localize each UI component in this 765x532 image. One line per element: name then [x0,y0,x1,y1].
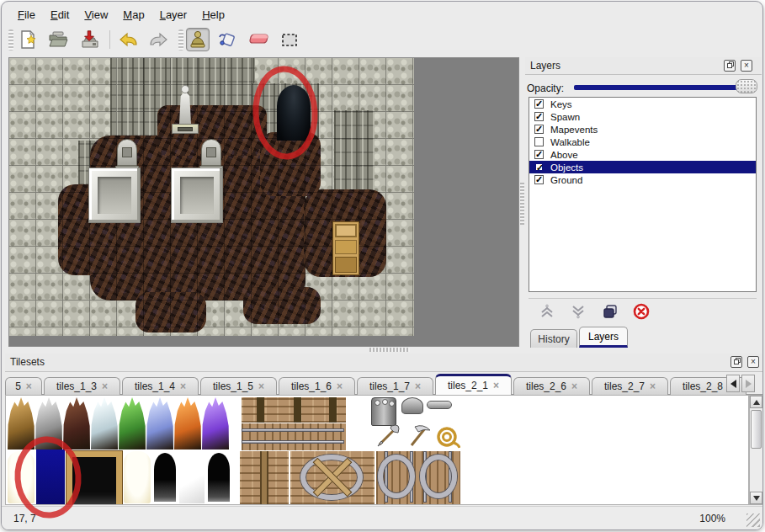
tab-close-icon[interactable]: × [258,380,264,392]
status-bar: 17, 7 100% [2,506,762,529]
tile-dark-red-crystal[interactable] [63,397,90,450]
close-panel-icon[interactable]: × [741,60,752,72]
layer-row-keys[interactable]: ✓Keys [529,98,756,110]
scrollbar-thumb[interactable] [751,410,762,449]
tile-blue-crystal[interactable] [146,397,173,450]
tile-white-arch-2[interactable] [124,451,151,503]
opacity-slider-handle[interactable] [736,79,757,93]
move-layer-up-button[interactable] [536,301,558,322]
skull [375,400,380,406]
tile-purple-crystal[interactable] [202,397,229,450]
tile-silver-crystal[interactable] [35,397,62,450]
layer-row-objects[interactable]: ✓Objects [529,161,756,173]
menu-map[interactable]: Map [115,5,151,24]
layer-row-spawn[interactable]: ✓Spawn [529,110,756,123]
tile-cave-mouth[interactable] [152,451,178,503]
move-layer-down-button[interactable] [567,301,589,322]
layer-row-walkable[interactable]: Walkable [529,136,756,148]
open-file-button[interactable] [46,28,70,51]
menu-view[interactable]: View [77,5,115,24]
tileset-tab-tiles_1_7[interactable]: tiles_1_7× [357,377,433,395]
eraser-tool-button[interactable] [247,28,270,51]
opacity-slider-track[interactable] [574,85,756,90]
tileset-tab-tiles_2_6[interactable]: tiles_2_6× [513,377,590,395]
menu-help[interactable]: Help [194,5,232,24]
tab-close-icon[interactable]: × [337,380,343,392]
tile-door-frame[interactable] [66,451,122,504]
layer-visibility-checkbox[interactable]: ✓ [534,162,544,172]
tab-close-icon[interactable]: × [493,380,499,391]
tile-metal-bowl[interactable] [401,397,423,414]
float-panel-icon[interactable] [724,60,736,72]
layer-visibility-checkbox[interactable]: ✓ [534,112,544,121]
tile-cave-dark-selected[interactable] [36,450,65,504]
menu-file[interactable]: File [10,5,43,24]
layer-visibility-checkbox[interactable]: ✓ [534,150,544,159]
window-resize-grip[interactable] [746,513,760,527]
tile-cave-mouth-2[interactable] [206,451,231,503]
tileset-tab-tiles_1_6[interactable]: tiles_1_6× [279,377,355,395]
tile-white[interactable] [179,451,205,503]
select-tool-button[interactable] [278,28,301,51]
tile-shovel[interactable] [375,423,401,450]
scroll-down-button[interactable] [750,492,762,504]
toolbar-drag-grip[interactable] [8,29,13,51]
tab-close-icon[interactable]: × [102,380,108,392]
menu-edit[interactable]: Edit [43,5,77,24]
close-panel-icon[interactable]: × [747,356,759,368]
undo-button[interactable] [117,28,141,51]
tile-gold-crystal[interactable] [8,397,35,450]
stamp-tool-button[interactable] [186,28,210,51]
horizontal-splitter-grip[interactable] [369,348,410,352]
tile-rope-coil[interactable] [433,424,460,450]
duplicate-layer-button[interactable] [599,301,621,322]
delete-layer-button[interactable] [630,301,652,322]
menu-layer[interactable]: Layer [152,5,195,24]
tile-rail-crossings[interactable] [376,451,460,504]
tab-close-icon[interactable]: × [650,380,656,392]
tilesets-panel: Tilesets × 5×tiles_1_3×tiles_1_4×tiles_1… [5,354,763,505]
tab-close-icon[interactable]: × [26,380,32,392]
tab-close-icon[interactable]: × [571,380,577,392]
tile-ice-crystal[interactable] [91,397,118,450]
tileset-tab-5[interactable]: 5× [5,377,42,395]
tab-layers[interactable]: Layers [579,327,628,348]
float-panel-icon[interactable] [730,356,742,368]
new-file-button[interactable] [16,28,40,51]
tileset-tab-tiles_2_1[interactable]: tiles_2_1× [435,374,512,395]
tile-rail-straight[interactable] [242,423,346,450]
vertical-splitter-grip[interactable] [520,183,524,225]
tileset-tab-tiles_1_4[interactable]: tiles_1_4× [122,377,199,395]
tileset-tab-tiles_1_3[interactable]: tiles_1_3× [44,377,120,395]
fill-tool-button[interactable] [216,28,240,51]
tile-wood-beams[interactable] [242,397,346,423]
tab-scroll-left-button[interactable] [726,375,740,392]
toolbar-drag-grip-2[interactable] [178,29,183,51]
tileset-tab-tiles_1_5[interactable]: tiles_1_5× [200,377,277,395]
layer-row-above[interactable]: ✓Above [529,148,756,161]
save-file-button[interactable] [78,28,102,51]
layer-visibility-checkbox[interactable]: ✓ [534,125,544,134]
layer-visibility-checkbox[interactable]: ✓ [534,99,544,109]
layer-row-mapevents[interactable]: ✓Mapevents [529,123,756,136]
tile-metal-pipe[interactable] [427,401,452,409]
tile-pickaxe[interactable] [405,422,433,450]
redo-button[interactable] [146,28,170,51]
tab-history[interactable]: History [530,329,577,348]
tab-close-icon[interactable]: × [415,380,421,392]
tile-barrel-of-skulls[interactable] [371,397,396,426]
layer-row-ground[interactable]: ✓Ground [529,173,756,186]
tile-orange-crystal[interactable] [174,397,201,450]
map-canvas[interactable] [9,58,414,336]
tile-green-crystal[interactable] [119,397,146,450]
tab-close-icon[interactable]: × [180,380,186,392]
layer-visibility-checkbox[interactable] [534,137,544,146]
scroll-up-button[interactable] [750,396,762,408]
tileset-tab-tiles_2_7[interactable]: tiles_2_7× [592,377,668,395]
tab-scroll-right-button[interactable] [741,375,755,392]
tile-white-arch[interactable] [8,451,35,503]
tile-plank-grid[interactable] [240,451,289,504]
tile-rail-turntable[interactable] [290,451,375,504]
tileset-canvas[interactable] [5,395,749,505]
layer-visibility-checkbox[interactable]: ✓ [534,175,544,184]
